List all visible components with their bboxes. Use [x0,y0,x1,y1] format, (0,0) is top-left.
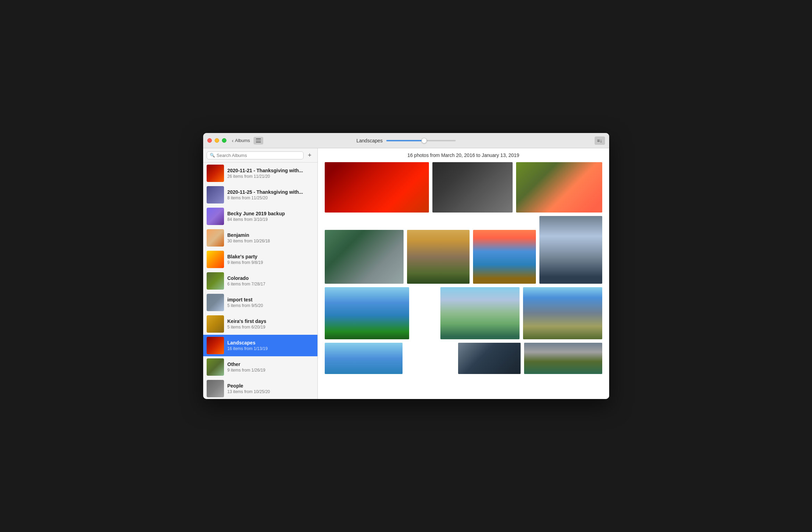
content-area: 🔍 + 2020-11-21 - Thanksgiving with... 26… [203,148,609,399]
album-title: Landscapes [356,138,383,143]
photo-cell-r1-2[interactable] [516,162,602,213]
album-list: 2020-11-21 - Thanksgiving with... 26 ite… [203,163,317,399]
photo-cell-r3-1[interactable] [440,287,520,339]
album-thumb-people [207,380,224,397]
album-info-thanksgiving-25: 2020-11-25 - Thanksgiving with... 8 item… [227,189,314,200]
titlebar-center: Landscapes [356,138,456,143]
photo-cell-r2-1[interactable] [407,230,470,284]
main-content: 16 photos from March 20, 2016 to January… [318,148,609,399]
album-info-keiras-first-days: Keira's first days 5 items from 6/20/19 [227,318,314,330]
album-info-import-test: import test 5 items from 9/5/20 [227,297,314,308]
chevron-left-icon: ‹ [232,138,234,143]
album-meta-benjamin: 30 items from 10/26/18 [227,239,314,243]
sort-icon: ≡↓ [597,138,602,143]
album-info-thanksgiving-21: 2020-11-21 - Thanksgiving with... 26 ite… [227,168,314,179]
album-meta-keiras-first-days: 5 items from 6/20/19 [227,325,314,330]
photo-cell-r4-1[interactable] [458,343,521,374]
album-thumb-import-test [207,294,224,311]
album-thumb-becky-june [207,208,224,225]
search-input[interactable] [217,153,300,158]
album-name-thanksgiving-21: 2020-11-21 - Thanksgiving with... [227,168,314,173]
titlebar: ‹ Albums Landscapes ≡↓ [203,133,609,148]
photo-row-1 [325,162,602,213]
minimize-button[interactable] [215,138,219,143]
album-name-keiras-first-days: Keira's first days [227,318,314,324]
photo-cell-r2-0[interactable] [325,230,404,284]
album-meta-landscapes: 16 items from 1/13/19 [227,346,314,351]
photo-cell-r3-2[interactable] [523,287,602,339]
album-item-other[interactable]: Other 9 items from 1/26/19 [203,356,317,378]
album-meta-other: 9 items from 1/26/19 [227,368,314,373]
photo-cell-r1-0[interactable] [325,162,429,213]
album-name-becky-june: Becky June 2019 backup [227,211,314,216]
add-album-button[interactable]: + [306,151,314,159]
search-bar: 🔍 + [203,148,317,163]
album-item-landscapes[interactable]: Landscapes 16 items from 1/13/19 [203,335,317,356]
zoom-slider[interactable] [386,140,456,141]
album-name-colorado: Colorado [227,275,314,281]
album-meta-colorado: 6 items from 7/28/17 [227,282,314,286]
back-button[interactable]: ‹ Albums [232,138,250,143]
photo-row-2 [325,216,602,284]
album-name-thanksgiving-25: 2020-11-25 - Thanksgiving with... [227,189,314,195]
album-info-other: Other 9 items from 1/26/19 [227,361,314,373]
traffic-lights [207,138,226,143]
album-name-landscapes: Landscapes [227,340,314,346]
album-meta-thanksgiving-25: 8 items from 11/25/20 [227,196,314,200]
album-item-keiras-first-days[interactable]: Keira's first days 5 items from 6/20/19 [203,313,317,335]
album-meta-import-test: 5 items from 9/5/20 [227,303,314,308]
album-item-becky-june[interactable]: Becky June 2019 backup 84 items from 3/1… [203,206,317,227]
album-name-people: People [227,383,314,389]
photo-row-4 [325,343,602,374]
album-name-blakes-party: Blake's party [227,254,314,259]
album-info-blakes-party: Blake's party 9 items from 9/8/19 [227,254,314,265]
search-input-wrapper: 🔍 [207,151,304,159]
album-info-people: People 13 items from 10/25/20 [227,383,314,394]
album-item-thanksgiving-21[interactable]: 2020-11-21 - Thanksgiving with... 26 ite… [203,163,317,184]
album-item-people[interactable]: People 13 items from 10/25/20 [203,378,317,399]
album-item-thanksgiving-25[interactable]: 2020-11-25 - Thanksgiving with... 8 item… [203,184,317,206]
album-name-other: Other [227,361,314,367]
back-label: Albums [235,138,250,143]
menu-line [256,142,261,142]
photo-cell-r1-1[interactable] [432,162,512,213]
album-meta-thanksgiving-21: 26 items from 11/21/20 [227,174,314,179]
album-thumb-blakes-party [207,251,224,268]
photo-grid [318,162,609,399]
maximize-button[interactable] [222,138,226,143]
photo-count-text: 16 photos from March 20, 2016 to January… [407,152,519,158]
album-meta-blakes-party: 9 items from 9/8/19 [227,260,314,265]
menu-line [256,140,261,141]
sidebar: 🔍 + 2020-11-21 - Thanksgiving with... 26… [203,148,318,399]
album-meta-becky-june: 84 items from 3/10/19 [227,217,314,222]
close-button[interactable] [207,138,212,143]
zoom-slider-container [386,140,456,141]
album-thumb-other [207,358,224,376]
photos-window: ‹ Albums Landscapes ≡↓ 🔍 [203,133,609,399]
album-item-benjamin[interactable]: Benjamin 30 items from 10/26/18 [203,227,317,249]
photo-count-bar: 16 photos from March 20, 2016 to January… [318,148,609,162]
nav-buttons: ‹ Albums [232,137,263,144]
photo-cell-r3-0[interactable] [325,287,409,339]
album-thumb-thanksgiving-21 [207,165,224,182]
album-thumb-landscapes [207,337,224,354]
album-item-blakes-party[interactable]: Blake's party 9 items from 9/8/19 [203,249,317,270]
album-thumb-benjamin [207,229,224,247]
photo-cell-r2-3[interactable] [539,216,602,284]
photo-cell-r4-0[interactable] [325,343,403,374]
menu-button[interactable] [254,137,263,144]
photo-cell-r4-2[interactable] [524,343,602,374]
photo-row-3 [325,287,602,339]
album-item-colorado[interactable]: Colorado 6 items from 7/28/17 [203,270,317,292]
album-item-import-test[interactable]: import test 5 items from 9/5/20 [203,292,317,313]
menu-line [256,139,261,139]
sort-button[interactable]: ≡↓ [595,136,605,145]
album-name-import-test: import test [227,297,314,302]
album-name-benjamin: Benjamin [227,232,314,238]
album-meta-people: 13 items from 10/25/20 [227,389,314,394]
search-icon: 🔍 [210,153,215,158]
album-info-becky-june: Becky June 2019 backup 84 items from 3/1… [227,211,314,222]
photo-cell-r2-2[interactable] [473,230,536,284]
album-info-benjamin: Benjamin 30 items from 10/26/18 [227,232,314,243]
album-thumb-keiras-first-days [207,315,224,333]
